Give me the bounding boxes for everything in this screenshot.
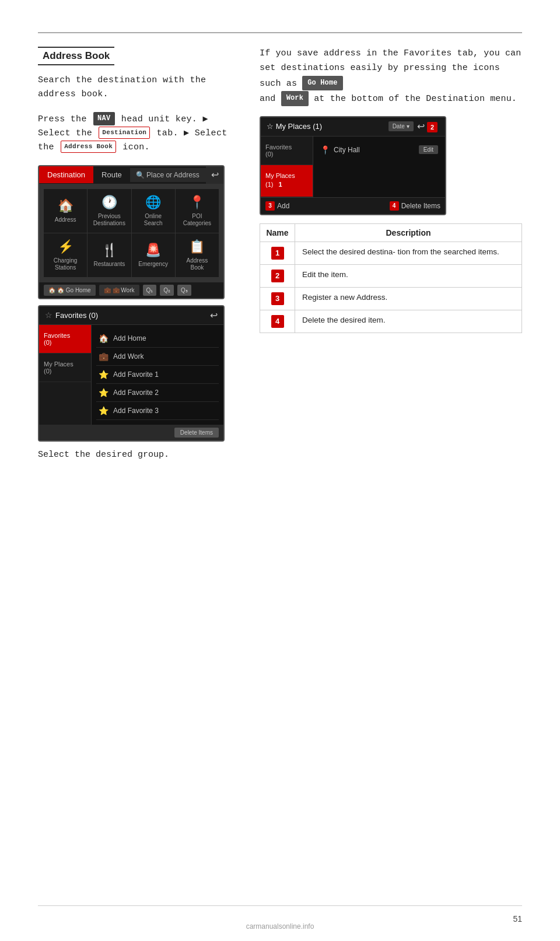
go-home-button[interactable]: 🏠 🏠 Go Home: [44, 285, 96, 296]
nav-icon-prev-dest[interactable]: 🕐 PreviousDestinations: [88, 189, 131, 233]
online-search-icon: 🌐: [145, 195, 161, 210]
mp-bottom-bar: 3 Add 4 Delete Items: [261, 197, 445, 214]
nav-icon-charging[interactable]: ⚡ ChargingStations: [44, 233, 87, 277]
mp-back-button[interactable]: ↩ 2: [417, 121, 439, 132]
nav-topbar: Destination Route 🔍 Place or Address ↩: [39, 166, 223, 184]
prev-dest-icon: 🕐: [102, 195, 117, 210]
tab-destination[interactable]: Destination: [39, 166, 93, 183]
work-badge: Work: [281, 91, 309, 106]
home-icon: 🏠: [48, 287, 55, 293]
mp-sidebar-favorites[interactable]: Favorites(0): [261, 137, 313, 165]
fav-item-add-fav2[interactable]: ⭐ Add Favorite 2: [96, 384, 219, 402]
add-fav3-label: Add Favorite 3: [113, 407, 159, 415]
address-book-icon: 📋: [189, 239, 205, 254]
nav-icon-restaurants[interactable]: 🍴 Restaurants: [88, 233, 131, 277]
mp-date-select[interactable]: Date ▾: [388, 121, 414, 131]
work-label: 💼 Work: [113, 287, 135, 293]
fav-item-add-fav1[interactable]: ⭐ Add Favorite 1: [96, 366, 219, 384]
table-cell-number: 1: [260, 242, 295, 264]
number-badge: 1: [271, 247, 284, 260]
charging-icon: ⚡: [58, 239, 74, 254]
add-fav2-label: Add Favorite 2: [113, 389, 159, 397]
table-row: 3Register a new Address.: [260, 287, 522, 310]
fav-delete-label: Delete Items: [180, 429, 213, 436]
mp-body: Favorites(0) My Places(1) 1 📍 City Hall …: [261, 137, 445, 197]
mp-controls: Date ▾ ↩ 2: [388, 121, 439, 132]
nav-back-button[interactable]: ↩: [206, 166, 223, 184]
tab-route[interactable]: Route: [93, 166, 130, 183]
mp-title-label: My Places (1): [276, 122, 322, 131]
q1-button[interactable]: Q₁: [143, 285, 157, 296]
fav-title-label: Favorites (0): [55, 311, 98, 320]
instr-tab: tab. ▶ Select: [157, 128, 228, 138]
table-cell-description: Select the desired destina- tion from th…: [295, 242, 522, 264]
number-badge: 3: [271, 292, 284, 305]
mp-sidebar-myplaces[interactable]: My Places(1) 1: [261, 165, 313, 197]
left-column: Address Book Search the destination with…: [38, 47, 236, 460]
star-icon: ☆: [45, 310, 52, 320]
table-cell-description: Delete the desired item.: [295, 310, 522, 333]
header-name-label: Name: [266, 228, 288, 237]
poi-icon: 📍: [189, 195, 205, 210]
work-button[interactable]: 💼 💼 Work: [99, 285, 139, 296]
fav-topbar: ☆ Favorites (0) ↩: [39, 306, 223, 325]
online-search-label: OnlineSearch: [144, 213, 163, 227]
table-cell-number: 3: [260, 287, 295, 310]
add-badge: 3: [265, 201, 275, 211]
nav-icon-poi[interactable]: 📍 POICategories: [176, 189, 219, 233]
section-title: Address Book: [43, 50, 110, 61]
q2-button[interactable]: Q₂: [160, 285, 174, 296]
date-btn-label: Date: [393, 123, 405, 130]
delete-btn-label: Delete Items: [401, 202, 440, 210]
nav-icon-emergency[interactable]: 🚨 Emergency: [132, 233, 175, 277]
home-icon: 🏠: [99, 334, 108, 343]
mp-delete-button[interactable]: 4 Delete Items: [390, 201, 440, 211]
top-separator: [38, 32, 522, 33]
mp-edit-button[interactable]: Edit: [419, 145, 438, 154]
desc-line1: Search the destination with the: [38, 75, 206, 85]
edit-btn-label: Edit: [424, 146, 433, 153]
go-home-label: 🏠 Go Home: [57, 287, 91, 293]
address-book-badge: Address Book: [61, 141, 116, 153]
mp-add-button[interactable]: 3 Add: [265, 201, 289, 211]
table-cell-number: 4: [260, 310, 295, 333]
star-icon: ☆: [267, 122, 276, 131]
table-header-name: Name: [260, 223, 295, 242]
nav-icon-address[interactable]: 🏠 Address: [44, 189, 87, 233]
section-title-bar: Address Book: [38, 47, 114, 65]
fav-item-add-home[interactable]: 🏠 Add Home: [96, 330, 219, 348]
fav-item-add-work[interactable]: 💼 Add Work: [96, 348, 219, 366]
info-table: Name Description 1Select the desired des…: [260, 223, 522, 333]
fav-sidebar-myplaces[interactable]: My Places(0): [39, 354, 91, 382]
fav-sidebar: Favorites(0) My Places(0): [39, 325, 92, 425]
star-icon: ⭐: [99, 370, 108, 379]
fav-item-add-fav3[interactable]: ⭐ Add Favorite 3: [96, 402, 219, 420]
number-badge: 4: [271, 315, 284, 328]
table-row: 1Select the desired destina- tion from t…: [260, 242, 522, 264]
entry-name: City Hall: [334, 146, 360, 154]
search-placeholder-text: 🔍 Place or Address: [136, 171, 200, 179]
fav-delete-bar: Delete Items: [39, 425, 223, 440]
bottom-separator: [38, 905, 522, 906]
emergency-label: Emergency: [138, 261, 168, 268]
nav-search-bar[interactable]: 🔍 Place or Address: [130, 168, 206, 182]
go-home-badge: Go Home: [302, 76, 342, 91]
q3-button[interactable]: Q₃: [177, 285, 191, 296]
fav-title: ☆ Favorites (0): [45, 310, 98, 320]
table-cell-description: Register a new Address.: [295, 287, 522, 310]
add-btn-label: Add: [277, 202, 289, 210]
restaurants-label: Restaurants: [93, 261, 125, 268]
charging-label: ChargingStations: [54, 257, 78, 271]
header-description-label: Description: [386, 228, 430, 237]
badge-1: 1: [275, 179, 286, 190]
select-group-text: Select the desired group.: [38, 450, 236, 460]
fav-delete-button[interactable]: Delete Items: [174, 428, 219, 438]
fav-back-button[interactable]: ↩: [210, 310, 218, 321]
right-para-text: If you save address in the Favorites tab…: [260, 48, 521, 88]
destination-badge: Destination: [99, 127, 150, 139]
fav-sidebar-favorites[interactable]: Favorites(0): [39, 325, 91, 354]
mp-entry-city-hall[interactable]: 📍 City Hall Edit: [318, 141, 440, 159]
and-text: and: [260, 94, 275, 104]
nav-icon-online-search[interactable]: 🌐 OnlineSearch: [132, 189, 175, 233]
nav-icon-address-book[interactable]: 📋 AddressBook: [176, 233, 219, 277]
